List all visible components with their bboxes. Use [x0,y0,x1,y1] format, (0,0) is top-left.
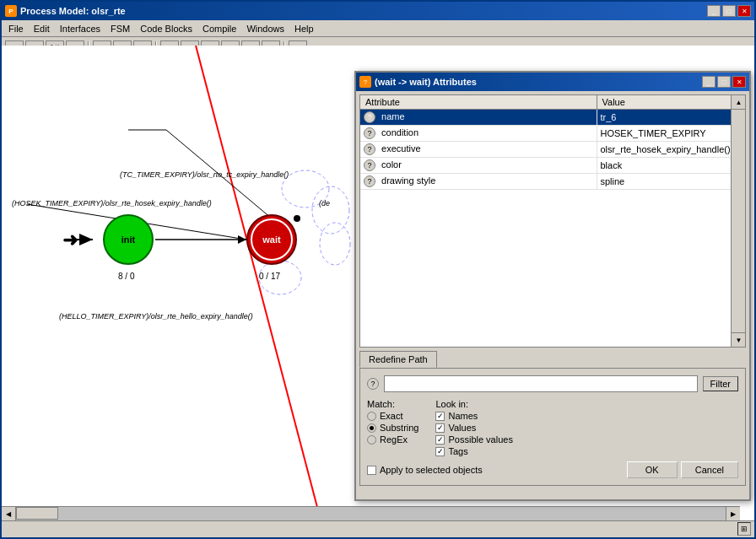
apply-selected-check[interactable] [367,466,376,475]
attr-scroll-up-btn[interactable]: ▲ [732,95,746,110]
attr-row-3[interactable]: ? color black [360,158,745,174]
attr-cell-value-3: black [597,158,745,174]
filter-input[interactable] [384,375,698,392]
attr-row-0[interactable]: ? name tr_6 [360,110,745,126]
maximize-button[interactable]: □ [722,5,736,17]
row-help-icon-0[interactable]: ? [364,111,375,123]
menu-help[interactable]: Help [289,22,319,35]
close-button[interactable]: ✕ [737,5,751,17]
state-init-label: init [122,234,136,245]
match-exact-row: Exact [367,411,418,421]
svg-line-0 [196,46,322,520]
lookin-values-row: ✓ Values [435,423,512,433]
scroll-track[interactable] [16,507,726,520]
row-help-icon-4[interactable]: ? [364,175,375,187]
trans-label-hosek: (HOSEK_TIMER_EXPIRY)/olsr_rte_hosek_expi… [12,199,212,208]
attr-row-1[interactable]: ? condition HOSEK_TIMER_EXPIRY [360,126,745,142]
menu-codeblocks[interactable]: Code Blocks [135,22,197,35]
match-substring-label: Substring [380,423,418,433]
apply-check-row: Apply to selected objects [367,465,483,475]
main-window-title: Process Model: olsr_rte [20,6,126,16]
attr-cell-attr-2: ? executive [360,142,597,158]
ok-cancel-row: OK Cancel [627,461,738,478]
filter-help-icon[interactable]: ? [367,378,379,390]
attr-minimize-btn[interactable]: _ [702,76,716,88]
menu-file[interactable]: File [3,22,29,35]
lookin-names-check[interactable]: ✓ [435,412,445,421]
svg-point-6 [294,215,300,222]
match-substring-radio[interactable] [367,423,376,433]
state-wait-inner: wait [251,218,293,261]
match-regex-radio[interactable] [367,435,376,445]
lookin-possible-check[interactable]: ✓ [435,435,445,445]
apply-selected-label: Apply to selected objects [380,465,483,475]
state-wait[interactable]: wait [246,214,297,265]
attr-dialog-icon: ? [359,76,371,88]
attr-table: Attribute Value ? name tr_6 ? condition … [360,95,745,190]
row-help-icon-1[interactable]: ? [364,127,375,139]
sm-canvas: ➜ init 8 / 0 wait 0 / 17 (TC_TIMER_EXPIR… [2,46,356,520]
match-substring-row: Substring [367,423,418,433]
bottom-row: Apply to selected objects OK Cancel [367,461,738,478]
attr-cell-value-4: spline [597,174,745,190]
h-scrollbar[interactable]: ◀ ▶ [2,506,740,520]
main-window: P Process Model: olsr_rte _ □ ✕ File Edi… [0,0,756,539]
lookin-values-check[interactable]: ✓ [435,423,445,433]
ok-button[interactable]: OK [627,461,678,478]
svg-point-11 [320,223,350,265]
cancel-button[interactable]: Cancel [681,461,738,478]
menu-edit[interactable]: Edit [29,22,55,35]
trans-label-de: (de [319,199,330,208]
match-regex-row: RegEx [367,434,418,445]
scroll-thumb[interactable] [16,507,58,520]
menu-compile[interactable]: Compile [197,22,241,35]
match-label: Match: [367,399,418,409]
attr-cell-value-1: HOSEK_TIMER_EXPIRY [597,126,745,142]
app-icon: P [5,5,17,17]
scroll-right-btn[interactable]: ▶ [726,507,740,521]
svg-marker-1 [79,234,93,245]
state-init[interactable]: init [103,214,154,265]
attr-table-wrapper: Attribute Value ? name tr_6 ? condition … [359,94,746,348]
col-header-value: Value [597,95,745,110]
match-exact-label: Exact [380,411,403,421]
attr-cell-attr-0: ? name [360,110,597,126]
attr-row-2[interactable]: ? executive olsr_rte_hosek_expiry_handle… [360,142,745,158]
minimize-button[interactable]: _ [707,5,721,17]
state-init-counter: 8 / 0 [118,272,134,281]
attr-dialog-title: (wait -> wait) Attributes [375,77,477,87]
state-wait-counter: 0 / 17 [259,272,280,281]
attr-cell-attr-3: ? color [360,158,597,174]
attr-scrollbar[interactable]: ▲ ▼ [731,95,745,347]
attr-close-btn[interactable]: ✕ [732,76,746,88]
menu-fsm[interactable]: FSM [105,22,135,35]
menu-windows[interactable]: Windows [241,22,289,35]
attr-row-4[interactable]: ? drawing style spline [360,174,745,190]
lookin-possible-row: ✓ Possible values [435,434,512,445]
row-help-icon-3[interactable]: ? [364,159,375,171]
canvas-svg [2,46,356,520]
lookin-tags-check[interactable]: ✓ [435,447,445,456]
lookin-label: Look in: [435,399,512,409]
lookin-values-label: Values [448,423,476,433]
attr-scroll-down-btn[interactable]: ▼ [732,332,746,347]
tab-redefine-path[interactable]: Redefine Path [359,351,437,368]
lookin-tags-row: ✓ Tags [435,446,512,456]
attr-dialog-controls: _ □ ✕ [702,76,746,88]
match-exact-radio[interactable] [367,412,376,421]
row-help-icon-2[interactable]: ? [364,143,375,155]
attr-maximize-btn[interactable]: □ [717,76,731,88]
attr-cell-value-0[interactable]: tr_6 [597,110,745,126]
menu-bar: File Edit Interfaces FSM Code Blocks Com… [2,20,754,37]
lookin-names-label: Names [448,411,478,421]
lookin-col: Look in: ✓ Names ✓ Values ✓ Possible val… [435,399,512,456]
svg-marker-4 [238,235,246,244]
filter-button[interactable]: Filter [703,376,738,391]
trans-label-hello: (HELLO_TIMER_EXPIRY)/olsr_rte_hello_expi… [59,312,253,321]
attr-title-bar: ? (wait -> wait) Attributes _ □ ✕ [356,73,749,91]
attr-dialog: ? (wait -> wait) Attributes _ □ ✕ Attrib… [354,71,751,501]
svg-point-9 [312,186,349,234]
status-bar: ⊞ [2,520,754,537]
menu-interfaces[interactable]: Interfaces [55,22,105,35]
scroll-left-btn[interactable]: ◀ [2,507,16,521]
